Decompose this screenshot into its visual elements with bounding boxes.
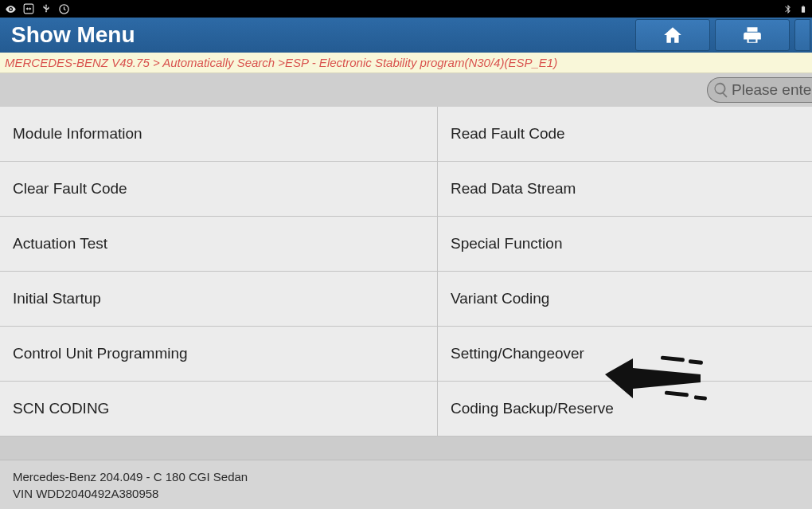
eye-icon — [5, 3, 17, 15]
svg-rect-4 — [802, 6, 804, 6]
menu-item-control-unit-programming[interactable]: Control Unit Programming — [0, 327, 438, 382]
print-button[interactable] — [715, 19, 790, 51]
menu-label: Actuation Test — [13, 235, 107, 253]
svg-point-0 — [10, 8, 12, 10]
menu-item-clear-fault-code[interactable]: Clear Fault Code — [0, 162, 438, 217]
android-status-bar — [0, 0, 812, 18]
menu-item-variant-coding[interactable]: Variant Coding — [438, 272, 812, 327]
menu-label: Read Data Stream — [451, 180, 576, 198]
teamviewer-icon — [23, 3, 34, 14]
menu-label: Coding Backup/Reserve — [451, 400, 614, 417]
search-box[interactable] — [707, 77, 812, 103]
search-row — [0, 73, 812, 107]
sync-icon — [58, 3, 70, 15]
title-bar: Show Menu — [0, 18, 812, 53]
menu-label: SCN CODING — [13, 400, 109, 417]
menu-item-actuation-test[interactable]: Actuation Test — [0, 217, 438, 272]
menu-item-special-function[interactable]: Special Function — [438, 217, 812, 272]
menu-item-read-data-stream[interactable]: Read Data Stream — [438, 162, 812, 217]
menu-grid: Module Information Read Fault Code Clear… — [0, 107, 812, 437]
status-right-icons — [783, 3, 807, 15]
home-button[interactable] — [635, 19, 710, 51]
menu-item-setting-changeover[interactable]: Setting/Changeover — [438, 327, 812, 382]
vehicle-model: Mercedes-Benz 204.049 - C 180 CGI Sedan — [13, 468, 799, 486]
menu-label: Module Information — [13, 125, 142, 143]
status-left-icons — [5, 3, 70, 15]
menu-label: Initial Startup — [13, 290, 101, 307]
menu-label: Setting/Changeover — [451, 345, 584, 362]
menu-item-scn-coding[interactable]: SCN CODING — [0, 382, 438, 437]
menu-label: Clear Fault Code — [13, 180, 127, 198]
breadcrumb: MERCEDES-BENZ V49.75 > Automatically Sea… — [0, 53, 812, 73]
search-input[interactable] — [732, 81, 812, 99]
print-icon — [742, 25, 763, 45]
title-buttons — [635, 19, 812, 51]
svg-rect-3 — [802, 6, 805, 13]
bluetooth-icon — [783, 4, 793, 14]
menu-label: Variant Coding — [451, 290, 549, 307]
vehicle-info-footer: Mercedes-Benz 204.049 - C 180 CGI Sedan … — [0, 460, 812, 510]
search-icon — [712, 81, 730, 99]
menu-label: Control Unit Programming — [13, 345, 188, 362]
menu-label: Special Function — [451, 235, 562, 253]
menu-item-initial-startup[interactable]: Initial Startup — [0, 272, 438, 327]
home-icon — [662, 25, 683, 45]
vehicle-vin: VIN WDD2040492A380958 — [13, 485, 799, 503]
menu-item-coding-backup-reserve[interactable]: Coding Backup/Reserve — [438, 382, 812, 437]
menu-item-module-information[interactable]: Module Information — [0, 107, 438, 162]
overflow-button[interactable] — [794, 19, 810, 51]
battery-icon — [799, 3, 807, 15]
menu-label: Read Fault Code — [451, 125, 565, 143]
usb-icon — [41, 3, 52, 14]
menu-item-read-fault-code[interactable]: Read Fault Code — [438, 107, 812, 162]
page-title: Show Menu — [11, 22, 135, 48]
